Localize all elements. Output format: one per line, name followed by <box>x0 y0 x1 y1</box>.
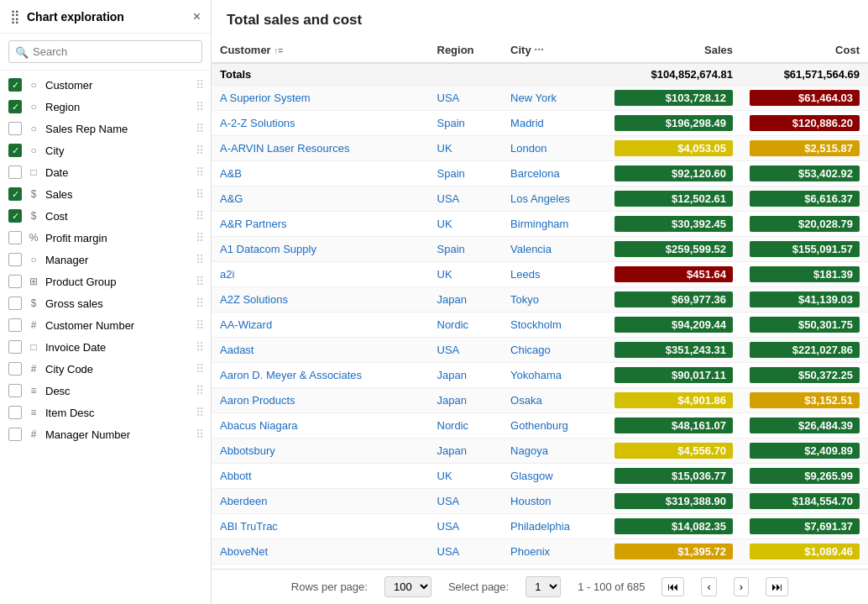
cell-city: Leeds <box>502 262 606 287</box>
more-icon[interactable]: ··· <box>534 43 544 56</box>
sidebar-item-sales[interactable]: $Sales⠿ <box>0 183 211 205</box>
sidebar-item-customer[interactable]: ○Customer⠿ <box>0 74 211 96</box>
table-row: a2i UK Leeds $451.64 $181.39 <box>212 262 868 287</box>
sidebar-item-label-cost: Cost <box>45 210 191 223</box>
drag-handle-customer-number[interactable]: ⠿ <box>196 318 204 332</box>
sidebar-item-date[interactable]: □Date⠿ <box>0 161 211 183</box>
totals-sales: $104,852,674.81 <box>606 63 741 86</box>
person-icon: ○ <box>27 144 40 157</box>
col-cost[interactable]: Cost <box>741 37 868 63</box>
drag-handle-profit-margin[interactable]: ⠿ <box>196 231 204 244</box>
sidebar-item-customer-number[interactable]: #Customer Number⠿ <box>0 314 211 336</box>
drag-handle-sales[interactable]: ⠿ <box>196 187 204 201</box>
cell-cost: $2,515.87 <box>741 136 868 161</box>
cell-city: Houston <box>502 489 606 514</box>
checkbox-gross-sales[interactable] <box>8 297 22 310</box>
totals-row: Totals $104,852,674.81 $61,571,564.69 <box>212 63 868 86</box>
sidebar-item-desc[interactable]: ≡Desc⠿ <box>0 380 211 402</box>
drag-handle-item-desc[interactable]: ⠿ <box>196 406 204 419</box>
drag-handle-city[interactable]: ⠿ <box>196 144 204 157</box>
sidebar-item-sales-rep-name[interactable]: ○Sales Rep Name⠿ <box>0 118 211 139</box>
cell-cost: $7,691.37 <box>741 514 868 539</box>
person-icon: ○ <box>27 78 40 92</box>
close-button[interactable]: × <box>193 9 201 24</box>
cell-customer: Aaron Products <box>212 388 429 413</box>
cell-sales: $259,599.52 <box>606 237 741 262</box>
checkbox-city-code[interactable] <box>8 362 22 376</box>
cell-sales: $12,502.61 <box>606 186 741 212</box>
sidebar-item-region[interactable]: ○Region⠿ <box>0 96 211 118</box>
cell-customer: AboveNet <box>212 539 429 565</box>
cell-cost: $50,301.75 <box>741 313 868 338</box>
sidebar-item-product-group[interactable]: ⊞Product Group⠿ <box>0 270 211 292</box>
checkbox-desc[interactable] <box>8 384 22 397</box>
drag-handle-invoice-date[interactable]: ⠿ <box>196 340 204 354</box>
table-row: AA-Wizard Nordic Stockholm $94,209.44 $5… <box>212 313 868 338</box>
search-section: 🔍 <box>0 34 211 71</box>
checkbox-date[interactable] <box>8 165 22 179</box>
drag-handle-sales-rep-name[interactable]: ⠿ <box>196 122 204 135</box>
cell-cost: $1,089.46 <box>741 539 868 565</box>
select-page-select[interactable]: 1 <box>526 576 561 597</box>
sidebar-item-cost[interactable]: $Cost⠿ <box>0 205 211 227</box>
checkbox-customer-number[interactable] <box>8 318 22 332</box>
sidebar-item-city[interactable]: ○City⠿ <box>0 139 211 161</box>
sidebar-item-invoice-date[interactable]: □Invoice Date⠿ <box>0 336 211 358</box>
checkbox-cost[interactable] <box>8 209 22 223</box>
drag-handle-gross-sales[interactable]: ⠿ <box>196 297 204 310</box>
first-page-button[interactable]: ⏮ <box>661 577 684 596</box>
drag-handle-manager-number[interactable]: ⠿ <box>196 428 204 441</box>
drag-handle-date[interactable]: ⠿ <box>196 165 204 179</box>
drag-handle-cost[interactable]: ⠿ <box>196 209 204 223</box>
prev-page-button[interactable]: ‹ <box>701 577 716 596</box>
table-row: Abbotsbury Japan Nagoya $4,556.70 $2,409… <box>212 439 868 464</box>
cell-customer: Abplus <box>212 565 429 570</box>
col-city[interactable]: City ··· <box>502 37 606 63</box>
cell-region: Spain <box>429 161 503 186</box>
col-region[interactable]: Region <box>429 37 503 63</box>
col-sales[interactable]: Sales <box>606 37 741 63</box>
drag-handle-product-group[interactable]: ⠿ <box>196 275 204 288</box>
cell-customer: Abacus Niagara <box>212 413 429 439</box>
checkbox-sales-rep-name[interactable] <box>8 122 22 135</box>
cell-customer: Abbotsbury <box>212 439 429 464</box>
drag-handle-city-code[interactable]: ⠿ <box>196 362 204 376</box>
last-page-button[interactable]: ⏭ <box>766 577 788 596</box>
page-title: Total sales and cost <box>212 0 868 37</box>
col-customer[interactable]: Customer ↑= <box>212 37 429 63</box>
drag-handle-manager[interactable]: ⠿ <box>196 253 204 266</box>
cell-cost: $9,265.99 <box>741 464 868 489</box>
cell-cost: $50,372.25 <box>741 363 868 388</box>
sidebar-item-gross-sales[interactable]: $Gross sales⠿ <box>0 292 211 314</box>
sidebar-item-manager[interactable]: ○Manager⠿ <box>0 249 211 270</box>
sidebar-item-label-invoice-date: Invoice Date <box>45 341 191 354</box>
next-page-button[interactable]: › <box>734 577 749 596</box>
checkbox-city[interactable] <box>8 144 22 157</box>
sidebar-item-city-code[interactable]: #City Code⠿ <box>0 358 211 380</box>
sidebar-item-label-city-code: City Code <box>45 363 191 376</box>
drag-handle-region[interactable]: ⠿ <box>196 100 204 113</box>
sidebar-item-manager-number[interactable]: #Manager Number⠿ <box>0 423 211 445</box>
dollar-icon: $ <box>27 297 40 310</box>
table-container[interactable]: Customer ↑= Region City ··· Sales Cost T… <box>212 37 868 569</box>
checkbox-sales[interactable] <box>8 187 22 201</box>
drag-handle-customer[interactable]: ⠿ <box>196 78 204 92</box>
checkbox-region[interactable] <box>8 100 22 113</box>
sidebar-header: ⣿ Chart exploration × <box>0 0 211 34</box>
search-input[interactable] <box>8 40 202 63</box>
checkbox-customer[interactable] <box>8 78 22 92</box>
checkbox-invoice-date[interactable] <box>8 340 22 354</box>
checkbox-product-group[interactable] <box>8 275 22 288</box>
sidebar-item-item-desc[interactable]: ≡Item Desc⠿ <box>0 402 211 423</box>
cell-cost: $20,028.79 <box>741 212 868 237</box>
checkbox-item-desc[interactable] <box>8 406 22 419</box>
cell-sales: $4,556.70 <box>606 439 741 464</box>
drag-handle-desc[interactable]: ⠿ <box>196 384 204 397</box>
checkbox-manager-number[interactable] <box>8 428 22 441</box>
checkbox-manager[interactable] <box>8 253 22 266</box>
rows-per-page-select[interactable]: 102550100 <box>384 576 431 597</box>
sidebar-item-profit-margin[interactable]: %Profit margin⠿ <box>0 227 211 249</box>
cell-city: Phoenix <box>502 539 606 565</box>
totals-label: Totals <box>212 63 606 86</box>
checkbox-profit-margin[interactable] <box>8 231 22 244</box>
